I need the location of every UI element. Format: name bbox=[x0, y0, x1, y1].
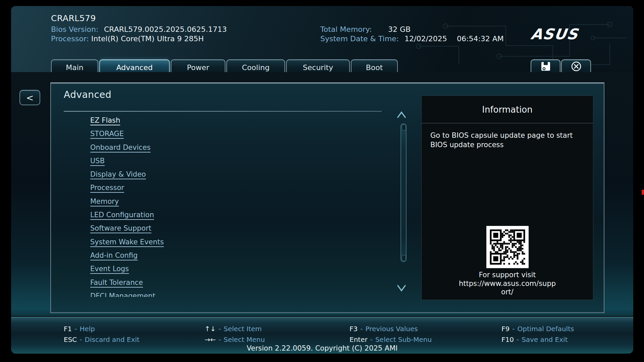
hotkey-bar: F1-Help ESC-Discard and Exit ↑↓-Select I… bbox=[11, 316, 633, 354]
information-body: Go to BIOS capsule update page to start … bbox=[430, 131, 575, 150]
total-memory-label: Total Memory: bbox=[320, 25, 372, 34]
hotkey-arrows-select-item: ↑↓-Select Item bbox=[205, 325, 262, 333]
menu-item-display-video[interactable]: Display & Video bbox=[90, 168, 345, 181]
menu-item-fault-tolerance[interactable]: Fault Tolerance bbox=[90, 276, 345, 289]
menu-item-onboard-devices[interactable]: Onboard Devices bbox=[90, 141, 345, 154]
menu-item-led-configuration[interactable]: LED Configuration bbox=[90, 208, 345, 222]
system-date-value: 12/02/2025 bbox=[405, 35, 447, 43]
model-name: CRARL579 bbox=[51, 13, 96, 23]
scroll-down-arrow-icon[interactable] bbox=[396, 284, 407, 292]
advanced-panel: Advanced EZ Flash STORAGE Onboard Device… bbox=[50, 82, 604, 313]
menu-item-add-in-config[interactable]: Add-in Config bbox=[90, 249, 345, 262]
menu-item-dfci-management[interactable]: DFCI Management bbox=[90, 289, 345, 297]
processor-value: Intel(R) Core(TM) Ultra 9 285H bbox=[91, 35, 204, 43]
menu-item-storage[interactable]: STORAGE bbox=[90, 127, 345, 140]
hotkey-f9-optimal-defaults: F9-Optimal Defaults bbox=[501, 325, 574, 333]
support-url-text: For support visit https://www.asus.com/s… bbox=[422, 271, 593, 297]
content-region: < Advanced EZ Flash STORAGE Onboard Devi… bbox=[11, 72, 633, 316]
scrollbar-thumb-bottom-cap[interactable] bbox=[402, 255, 406, 261]
asus-logo: ASUS bbox=[530, 25, 579, 43]
menu-item-memory[interactable]: Memory bbox=[90, 195, 345, 208]
menu-item-event-logs[interactable]: Event Logs bbox=[90, 262, 345, 276]
back-chevron-icon: < bbox=[26, 93, 34, 103]
datetime-label: System Date & Time: bbox=[320, 35, 399, 43]
page-title: Advanced bbox=[64, 89, 111, 100]
advanced-menu-list: EZ Flash STORAGE Onboard Devices USB Dis… bbox=[90, 114, 345, 297]
qr-code bbox=[486, 226, 529, 268]
processor-label: Processor: bbox=[51, 35, 89, 43]
hotkey-f3-previous-values: F3-Previous Values bbox=[350, 325, 418, 333]
bios-window: CRARL579 Bios Version: CRARL579.0025.202… bbox=[11, 6, 633, 354]
header: CRARL579 Bios Version: CRARL579.0025.202… bbox=[11, 6, 633, 72]
back-button[interactable]: < bbox=[19, 90, 40, 105]
menu-item-system-wake-events[interactable]: System Wake Events bbox=[90, 235, 345, 249]
information-panel: Information Go to BIOS capsule update pa… bbox=[421, 96, 593, 300]
bios-version-footer: Version 2.22.0059. Copyright (C) 2025 AM… bbox=[11, 344, 633, 352]
hotkey-esc-discard-exit: ESC-Discard and Exit bbox=[64, 336, 140, 344]
scrollbar-track[interactable] bbox=[400, 123, 407, 262]
bios-version-value: CRARL579.0025.2025.0625.1713 bbox=[104, 25, 227, 34]
qr-code-svg bbox=[486, 226, 529, 268]
red-edge-artifact bbox=[642, 190, 644, 195]
information-title: Information bbox=[422, 96, 593, 115]
menu-item-ez-flash[interactable]: EZ Flash bbox=[90, 114, 345, 127]
hotkey-f10-save-exit: F10-Save and Exit bbox=[501, 336, 568, 344]
hotkey-f1-help: F1-Help bbox=[64, 325, 95, 333]
hotkey-enter-sub-menu: Enter-Select Sub-Menu bbox=[350, 336, 432, 344]
information-divider bbox=[422, 122, 593, 123]
menu-item-processor[interactable]: Processor bbox=[90, 181, 345, 194]
bios-version-label: Bios Version: bbox=[51, 25, 98, 34]
system-time-value: 06:54:32 AM bbox=[457, 35, 504, 43]
scroll-up-arrow-icon[interactable] bbox=[396, 111, 407, 119]
title-divider bbox=[64, 111, 382, 112]
menu-item-usb[interactable]: USB bbox=[90, 154, 345, 168]
floppy-save-icon bbox=[540, 61, 551, 73]
menu-item-software-support[interactable]: Software Support bbox=[90, 222, 345, 235]
bios-screen: CRARL579 Bios Version: CRARL579.0025.202… bbox=[0, 0, 644, 362]
circle-x-exit-icon bbox=[571, 61, 582, 73]
scrollbar-thumb-top-cap[interactable] bbox=[402, 125, 406, 130]
hotkey-arrows-select-menu: →←-Select Menu bbox=[205, 336, 265, 344]
total-memory-value: 32 GB bbox=[388, 25, 411, 34]
